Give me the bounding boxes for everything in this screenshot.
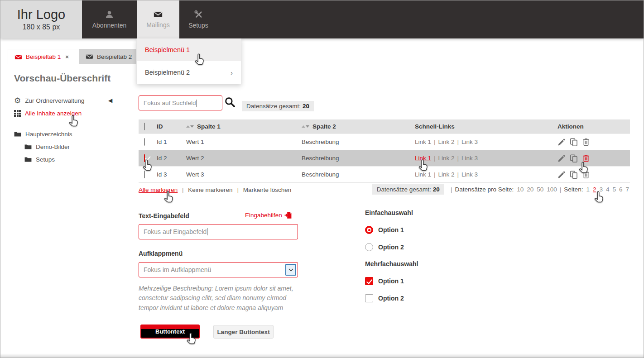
tab-label: Beispieltab 1 [26,53,61,60]
tab-beispieltab-1[interactable]: Beispieltab 1 × [8,49,79,64]
records-total-label: Datensätze gesamt: [377,186,431,193]
logo-placeholder: Ihr Logo 180 x 85 px [0,0,82,38]
radio-option-2[interactable]: Option 2 [365,243,404,251]
primary-button[interactable]: Buttontext [140,325,200,339]
nav-item-abonnenten[interactable]: Abonnenten [82,0,137,38]
checkbox-option-label: Option 1 [378,277,404,285]
quick-link-2[interactable]: Link 2 [438,155,455,162]
menu-item-beispielmenu-1[interactable]: Beispielmenü 1 [137,38,241,61]
tab-label: Beispieltab 2 [97,53,132,60]
folder-label: Hauptverzeichnis [25,131,72,138]
menu-item-beispielmenu-2[interactable]: Beispielmenü 2 › [137,61,241,84]
quick-link-3[interactable]: Link 3 [461,138,478,145]
edit-icon[interactable] [557,154,566,162]
checkbox-option-2[interactable]: Option 2 [365,294,404,302]
folder-item-demo-bilder[interactable]: Demo-Bilder [24,143,70,150]
text-input-value: Fokus auf Eingabefeld [144,228,207,235]
logo-title: Ihr Logo [17,8,65,22]
sort-icon[interactable] [302,125,309,128]
radio-option-1[interactable]: Option 1 [365,226,404,234]
table-row[interactable]: Id 3 Wert 3 Beschreibung Link 1|Link 2|L… [139,166,630,182]
select-all-link[interactable]: Alle markieren [139,186,178,193]
cell-spalte1: Wert 1 [186,138,302,145]
page-6[interactable]: 6 [619,186,623,193]
delete-icon[interactable] [582,138,590,146]
checkbox-checked-icon[interactable] [365,277,373,285]
folder-item-setups[interactable]: Setups [24,156,55,163]
checkbox-group-label: Mehrfachauswahl [365,260,418,267]
page-2-current[interactable]: 2 [593,186,596,193]
quick-link-1[interactable]: Link 1 [415,171,431,178]
folder-item-hauptverzeichnis[interactable]: Hauptverzeichnis [14,131,72,138]
checkbox-unchecked-icon[interactable] [365,294,373,302]
row-checkbox[interactable] [144,138,145,146]
sort-icon[interactable] [186,125,194,128]
nav-item-setups[interactable]: Setups [179,0,217,38]
page-title: Vorschau-Überschrift [14,73,111,84]
checkbox-option-label: Option 2 [378,295,404,302]
row-checkbox[interactable] [144,171,145,178]
copy-icon[interactable] [570,138,578,146]
records-total-value: 20 [433,186,440,193]
per-page-option-100[interactable]: 100 [547,186,557,193]
radio-checked-icon[interactable] [365,226,373,234]
sidebar-link-label: Zur Ordnerverwaltung [25,97,84,104]
delete-selected-link[interactable]: Markierte löschen [243,186,292,193]
records-total-badge: Datensätze gesamt:20 [372,184,444,195]
envelope-icon [14,54,22,60]
text-caret [197,100,197,107]
folder-label: Setups [36,156,55,163]
quick-link-2[interactable]: Link 2 [438,171,455,178]
folder-label: Demo-Bilder [36,143,70,150]
per-page-option-50[interactable]: 50 [537,186,543,193]
quick-link-1-hover[interactable]: Link 1 [415,155,431,162]
page-7[interactable]: 7 [625,186,629,193]
dropdown-select[interactable]: Fokus im Aufklappmenü [139,262,298,277]
quick-link-1[interactable]: Link 1 [415,138,431,145]
select-label: Aufklappmenü [139,250,183,257]
eingabehilfen-link[interactable]: Eingabehilfen [245,211,292,219]
quick-link-3[interactable]: Link 3 [461,171,478,178]
nav-item-mailings[interactable]: Mailings [137,0,179,38]
select-none-link[interactable]: Keine markieren [188,186,232,193]
quick-link-2[interactable]: Link 2 [438,138,455,145]
column-header-spalte1[interactable]: Spalte 1 [186,123,302,130]
page-4[interactable]: 4 [606,186,610,193]
delete-icon[interactable] [582,171,590,179]
logo-subtitle: 180 x 85 px [23,23,60,31]
nav-label: Setups [188,22,208,29]
column-header-spalte2[interactable]: Spalte 2 [302,123,415,130]
copy-icon[interactable] [570,154,578,162]
sidebar-collapse-icon[interactable]: ◀ [108,97,112,104]
cell-spalte2: Beschreibung [302,138,415,145]
table-row-selected[interactable]: Id 2 Wert 2 Beschreibung Link 1|Link 2|L… [139,150,630,166]
search-icon[interactable] [225,97,235,108]
edit-icon[interactable] [557,171,566,179]
edit-icon[interactable] [557,138,566,146]
bulk-actions: Alle markieren | Keine markieren | Marki… [139,186,291,193]
delete-icon-hover[interactable] [582,154,590,162]
quick-link-3[interactable]: Link 3 [461,155,478,162]
sidebar-link-ordnerverwaltung[interactable]: ⚙ Zur Ordnerverwaltung [14,97,85,105]
per-page-option-20[interactable]: 20 [527,186,533,193]
radio-unchecked-icon[interactable] [365,243,373,251]
search-input[interactable]: Fokus auf Suchfeld [139,95,222,110]
table-row[interactable]: Id 1 Wert 1 Beschreibung Link 1|Link 2|L… [139,134,630,150]
insert-page-icon [284,211,292,219]
primary-button-label: Buttontext [155,328,185,335]
page-3[interactable]: 3 [599,186,603,193]
folder-icon [24,144,32,150]
sidebar-link-alle-inhalte[interactable]: Alle Inhalte anzeigen [14,110,82,117]
select-arrow-button[interactable] [285,264,296,276]
checkbox-option-1[interactable]: Option 1 [365,277,404,285]
tab-close-icon[interactable]: × [65,53,69,60]
menu-item-label: Beispielmenü 1 [145,46,190,53]
select-all-checkbox[interactable] [144,123,145,130]
page-5[interactable]: 5 [612,186,616,193]
row-checkbox-checked[interactable] [144,154,145,162]
page-1[interactable]: 1 [586,186,590,193]
text-input[interactable]: Fokus auf Eingabefeld [139,224,298,239]
per-page-option-10[interactable]: 10 [517,186,524,193]
copy-icon[interactable] [570,171,578,179]
secondary-button[interactable]: Langer Buttontext [213,325,274,339]
